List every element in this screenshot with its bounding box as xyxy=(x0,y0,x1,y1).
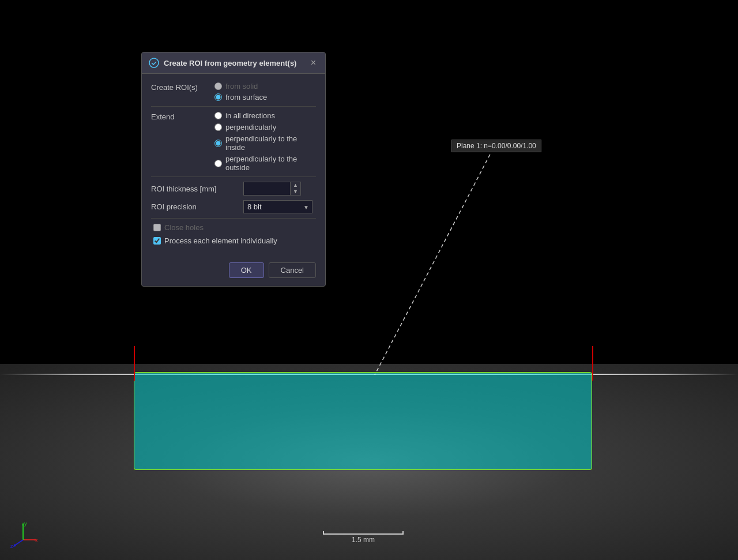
right-marker-line xyxy=(592,346,593,381)
roi-precision-row: ROI precision 8 bit 16 bit 32 bit ▼ xyxy=(151,200,316,213)
dialog-title-left: Create ROI from geometry element(s) xyxy=(149,58,296,68)
scale-bar-label: 1.5 mm xyxy=(352,536,375,544)
radio-perp-inside[interactable]: perpendicularly to the inside xyxy=(214,134,316,152)
scale-bar: 1.5 mm xyxy=(323,531,404,544)
plane-tooltip: Plane 1: n=0.00/0.00/1.00 xyxy=(451,140,541,152)
ok-button[interactable]: OK xyxy=(229,262,264,278)
roi-thickness-spinbox: 2.00 ▲ ▼ xyxy=(243,182,301,196)
radio-from-solid[interactable]: from solid xyxy=(214,82,267,91)
radio-from-surface-label: from surface xyxy=(225,93,267,102)
separator-2 xyxy=(151,176,316,177)
dialog-title-bar: Create ROI from geometry element(s) × xyxy=(142,52,325,74)
roi-rectangle xyxy=(134,372,592,470)
create-roi-dialog: Create ROI from geometry element(s) × Cr… xyxy=(141,52,326,287)
create-roi-row: Create ROI(s) from solid from surface xyxy=(151,82,316,102)
dialog-title-text: Create ROI from geometry element(s) xyxy=(164,59,296,67)
close-holes-checkbox[interactable] xyxy=(153,224,161,231)
dialog-body: Create ROI(s) from solid from surface Ex… xyxy=(142,74,325,258)
plane-tooltip-text: Plane 1: n=0.00/0.00/1.00 xyxy=(457,142,536,150)
process-each-label: Process each element individually xyxy=(164,236,277,245)
process-each-checkbox[interactable] xyxy=(153,237,161,245)
dialog-footer: OK Cancel xyxy=(142,258,325,286)
axes-indicator: x y z xyxy=(9,520,37,548)
radio-all-directions[interactable]: in all directions xyxy=(214,111,316,120)
create-roi-label: Create ROI(s) xyxy=(151,82,214,92)
roi-precision-select[interactable]: 8 bit 16 bit 32 bit xyxy=(243,200,312,213)
roi-thickness-row: ROI thickness [mm] 2.00 ▲ ▼ xyxy=(151,182,316,196)
roi-precision-select-wrapper: 8 bit 16 bit 32 bit ▼ xyxy=(243,200,312,213)
roi-thickness-label: ROI thickness [mm] xyxy=(151,185,243,193)
radio-perp-inside-label: perpendicularly to the inside xyxy=(225,134,316,152)
svg-text:y: y xyxy=(24,521,27,527)
dialog-title-icon xyxy=(149,58,159,68)
svg-point-10 xyxy=(149,58,159,67)
close-holes-label: Close holes xyxy=(164,223,204,232)
cancel-button[interactable]: Cancel xyxy=(269,262,316,278)
spinbox-arrows: ▲ ▼ xyxy=(290,182,300,195)
radio-perp-outside[interactable]: perpendicularly to the outside xyxy=(214,155,316,172)
svg-text:z: z xyxy=(10,543,13,548)
process-each-row: Process each element individually xyxy=(151,236,316,245)
svg-line-7 xyxy=(14,540,23,546)
svg-text:x: x xyxy=(35,538,37,543)
radio-from-surface[interactable]: from surface xyxy=(214,93,267,102)
radio-perp-outside-label: perpendicularly to the outside xyxy=(225,155,316,172)
radio-from-solid-label: from solid xyxy=(225,82,258,91)
create-roi-options: from solid from surface xyxy=(214,82,267,102)
separator-3 xyxy=(151,218,316,219)
radio-perpendicularly-label: perpendicularly xyxy=(225,123,276,131)
radio-perpendicularly[interactable]: perpendicularly xyxy=(214,123,316,131)
roi-precision-label: ROI precision xyxy=(151,202,243,211)
dialog-close-button[interactable]: × xyxy=(308,57,318,69)
roi-thickness-input[interactable]: 2.00 xyxy=(244,183,290,195)
extend-options: in all directions perpendicularly perpen… xyxy=(214,111,316,172)
scale-bar-line xyxy=(323,531,404,535)
spinbox-down-arrow[interactable]: ▼ xyxy=(291,189,300,195)
radio-all-directions-label: in all directions xyxy=(225,111,275,120)
extend-section: Extend in all directions perpendicularly… xyxy=(151,111,316,172)
spinbox-up-arrow[interactable]: ▲ xyxy=(291,182,300,189)
extend-label: Extend xyxy=(151,111,214,121)
left-marker-line xyxy=(134,346,135,381)
separator-1 xyxy=(151,106,316,107)
close-holes-row: Close holes xyxy=(151,223,316,232)
